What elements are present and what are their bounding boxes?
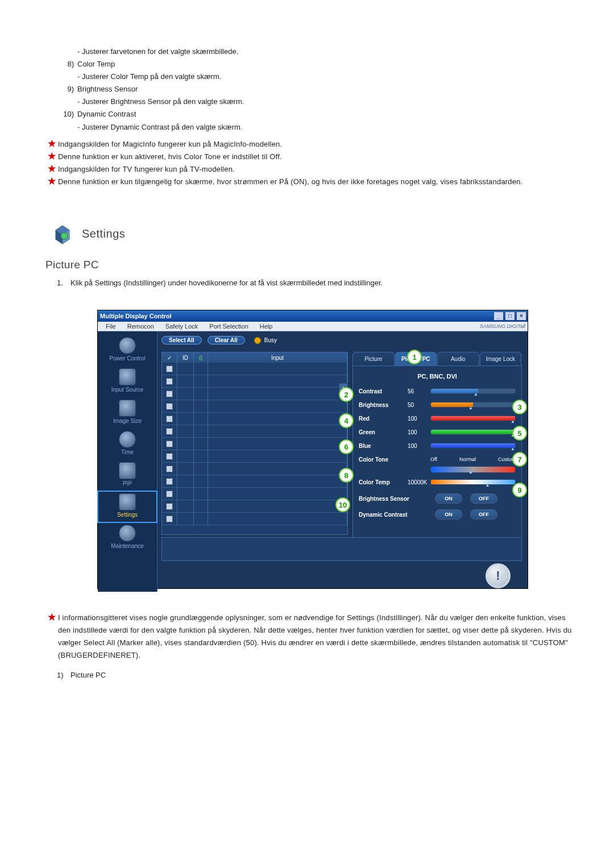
sidebar-item-maintenance[interactable]: Maintenance — [98, 522, 157, 554]
titlebar[interactable]: Multiple Display Control _ □ × — [98, 310, 528, 322]
sidebar-item-pip[interactable]: PIP — [98, 460, 157, 491]
dynamic-contrast-off[interactable]: OFF — [470, 509, 497, 520]
busy-indicator: Busy — [254, 337, 277, 344]
pip-icon — [119, 462, 136, 479]
table-row[interactable] — [162, 388, 347, 400]
after-note-text: I informationsgitteret vises nogle grund… — [58, 612, 580, 662]
blue-slider[interactable] — [430, 443, 516, 448]
note-4: Denne funktion er kun tilgængelig for sk… — [58, 176, 522, 188]
star-icon: ★ — [45, 151, 58, 163]
table-row[interactable] — [162, 413, 347, 425]
grid-header-input[interactable]: Input — [208, 352, 347, 363]
marker-8: 8 — [339, 468, 354, 483]
sidebar-item-settings[interactable]: Settings — [98, 491, 157, 522]
display-grid[interactable]: ✓ ID ⎙ Input — [161, 352, 348, 535]
star-icon: ★ — [45, 176, 58, 188]
sidebar-item-label: Maintenance — [98, 543, 157, 549]
time-icon — [119, 431, 136, 448]
contrast-slider[interactable] — [430, 388, 516, 394]
tab-picture[interactable]: Picture — [352, 352, 395, 366]
sidebar-item-power[interactable]: Power Control — [98, 335, 157, 366]
table-row[interactable] — [162, 475, 347, 488]
menu-port-selection[interactable]: Port Selection — [204, 323, 254, 330]
table-row[interactable] — [162, 438, 347, 450]
item-10-num: 10) — [57, 108, 77, 133]
marker-5: 5 — [512, 426, 527, 441]
busy-label: Busy — [264, 337, 277, 343]
contrast-label: Contrast — [359, 388, 408, 394]
brightness-sensor-off[interactable]: OFF — [470, 493, 497, 504]
colortemp-slider[interactable] — [430, 479, 516, 485]
red-value: 100 — [408, 416, 430, 422]
marker-2: 2 — [339, 387, 354, 402]
grid-header-status-icon[interactable]: ⎙ — [194, 352, 208, 363]
item-7-desc: - Justerer farvetonen for det valgte skæ… — [77, 45, 238, 58]
table-row[interactable] — [162, 375, 347, 388]
minimize-button[interactable]: _ — [493, 312, 504, 321]
table-row[interactable] — [162, 500, 347, 513]
clear-all-button[interactable]: Clear All — [208, 336, 245, 344]
green-slider[interactable] — [430, 429, 516, 435]
brightness-sensor-row: Brightness Sensor ON OFF — [359, 493, 516, 504]
select-all-button[interactable]: Select All — [161, 336, 202, 344]
sidebar-item-label: Image Size — [98, 418, 157, 424]
sidebar-item-label: Time — [98, 449, 157, 455]
intro-list: 1. Klik på Settings (Indstillinger) unde… — [57, 277, 580, 289]
marker-4: 4 — [339, 413, 354, 428]
blue-label: Blue — [359, 443, 408, 449]
maximize-button[interactable]: □ — [505, 312, 515, 321]
table-row[interactable] — [162, 363, 347, 375]
item-10-title: Dynamic Contrast — [77, 108, 242, 121]
after-notes: ★ I informationsgitteret vises nogle gru… — [45, 612, 580, 662]
app-window: Multiple Display Control _ □ × File Remo… — [97, 310, 528, 589]
red-label: Red — [359, 416, 408, 422]
tab-image-lock[interactable]: Image Lock — [480, 352, 522, 366]
marker-9: 9 — [512, 483, 527, 497]
dynamic-contrast-label: Dynamic Contrast — [359, 512, 427, 518]
settings-icon — [51, 222, 74, 245]
dynamic-contrast-on[interactable]: ON — [435, 509, 462, 520]
brand-label: SAMSUNG DIGITall — [480, 323, 525, 329]
brightness-sensor-label: Brightness Sensor — [359, 496, 427, 502]
sidebar-item-label: PIP — [98, 480, 157, 487]
marker-10: 10 — [335, 497, 350, 512]
brightness-row: Brightness 50 — [359, 399, 516, 410]
close-button[interactable]: × — [516, 312, 526, 321]
red-slider[interactable] — [430, 416, 516, 421]
svg-point-3 — [61, 232, 68, 239]
brightness-sensor-on[interactable]: ON — [435, 493, 462, 504]
colortone-slider[interactable] — [430, 466, 516, 473]
table-row[interactable] — [162, 425, 347, 438]
table-row[interactable] — [162, 400, 347, 413]
after-item-num: 1) — [57, 669, 70, 682]
menu-help[interactable]: Help — [254, 323, 279, 330]
sidebar-item-time[interactable]: Time — [98, 429, 157, 460]
brightness-label: Brightness — [359, 402, 408, 408]
marker-3: 3 — [512, 400, 527, 414]
menu-file[interactable]: File — [100, 323, 122, 330]
marker-7: 7 — [512, 452, 527, 467]
menubar: File Remocon Safety Lock Port Selection … — [98, 322, 528, 331]
colortone-label: Color Tone — [359, 456, 408, 463]
colortone-normal: Normal — [459, 456, 476, 462]
green-label: Green — [359, 429, 408, 435]
star-icon: ★ — [45, 163, 58, 175]
sidebar: Power Control Input Source Image Size Ti… — [98, 331, 157, 592]
table-row[interactable] — [162, 513, 347, 525]
sidebar-item-image-size[interactable]: Image Size — [98, 397, 157, 429]
green-value: 100 — [408, 429, 430, 435]
table-row[interactable] — [162, 450, 347, 463]
grid-header-id[interactable]: ID — [177, 352, 194, 363]
table-row[interactable] — [162, 488, 347, 500]
tab-audio[interactable]: Audio — [437, 352, 479, 366]
menu-remocon[interactable]: Remocon — [122, 323, 160, 330]
busy-dot-icon — [254, 337, 261, 344]
table-row[interactable] — [162, 463, 347, 475]
item-8-title: Color Temp — [77, 58, 221, 70]
brightness-slider[interactable] — [430, 402, 516, 408]
marker-6: 6 — [339, 439, 354, 454]
sidebar-item-input[interactable]: Input Source — [98, 366, 157, 397]
menu-safety-lock[interactable]: Safety Lock — [160, 323, 204, 330]
grid-header-checkbox[interactable]: ✓ — [162, 352, 177, 363]
blue-value: 100 — [408, 443, 430, 449]
